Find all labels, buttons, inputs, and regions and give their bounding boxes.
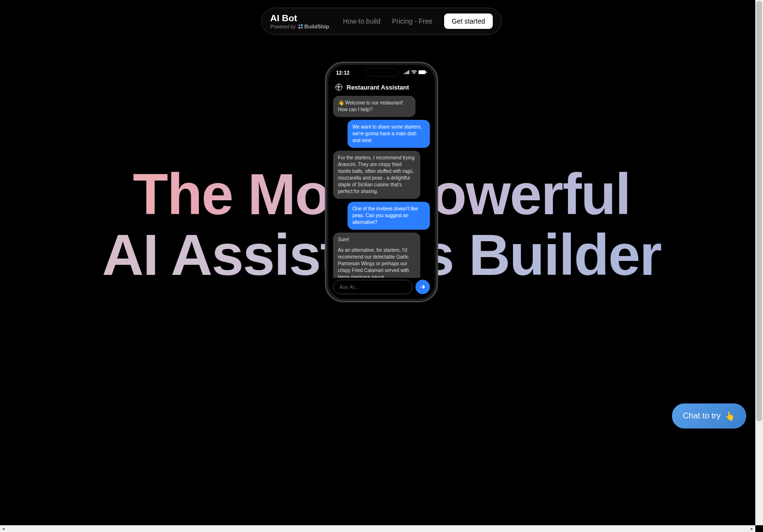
buildship-name: BuildShip — [304, 24, 329, 29]
svg-rect-5 — [426, 71, 427, 73]
chat-input[interactable]: Ask AI... — [333, 280, 413, 294]
nav-links: How-to build Pricing - Free Get started — [343, 13, 493, 29]
scrollbar-arrow-right[interactable]: ► — [749, 525, 755, 532]
vertical-scrollbar[interactable] — [755, 0, 763, 525]
chat-messages: 👋 Welcome to our restaurant! How can I h… — [329, 96, 435, 278]
chat-input-area: Ask AI... — [333, 280, 430, 294]
pointing-hand-emoji: 👆 — [724, 411, 735, 421]
vertical-scrollbar-thumb[interactable] — [756, 1, 762, 421]
nav-brand: AI Bot Powered by BuildShip — [270, 13, 329, 29]
buildship-logo: BuildShip — [298, 24, 329, 29]
svg-rect-4 — [419, 70, 426, 74]
phone-notch — [365, 68, 398, 77]
battery-icon — [419, 70, 427, 75]
svg-rect-1 — [301, 25, 303, 26]
message-bot-welcome: 👋 Welcome to our restaurant! How can I h… — [333, 96, 416, 117]
scrollbar-arrow-left[interactable]: ◄ — [0, 525, 7, 532]
message-user-2: One of the invitees doesn't like peas. C… — [348, 202, 430, 230]
message-bot-alternative: Sure! As an alternative, for starters, I… — [333, 233, 421, 278]
nav-link-howto[interactable]: How-to build — [343, 17, 381, 25]
horizontal-scrollbar[interactable]: ◄ ► — [0, 525, 755, 532]
powered-by-text: Powered by — [270, 24, 296, 29]
nav-title: AI Bot — [270, 13, 329, 24]
svg-rect-2 — [298, 27, 300, 29]
message-para-1: As an alternative, for starters, I'd rec… — [338, 247, 416, 278]
chat-widget[interactable]: Chat to try 👆 — [672, 403, 746, 428]
chat-header: Restaurant Assistant — [329, 78, 435, 96]
scrollbar-track[interactable] — [7, 525, 749, 532]
phone-screen: 12:12 Restaur — [329, 65, 435, 299]
wifi-icon — [411, 70, 417, 75]
phone-mockup: 12:12 Restaur — [325, 62, 438, 302]
assistant-icon — [335, 83, 343, 91]
message-user-1: We want to share some starters, we're go… — [348, 120, 430, 148]
buildship-icon — [298, 24, 303, 29]
nav-link-pricing[interactable]: Pricing - Free — [392, 17, 433, 25]
svg-rect-0 — [298, 25, 300, 26]
get-started-button[interactable]: Get started — [444, 13, 493, 29]
phone-time: 12:12 — [336, 70, 350, 76]
signal-icon — [404, 70, 410, 75]
svg-rect-3 — [301, 27, 303, 29]
main-nav: AI Bot Powered by BuildShip How-to build… — [261, 8, 502, 35]
send-button[interactable] — [416, 280, 430, 294]
phone-status-icons — [404, 70, 427, 75]
nav-subtitle: Powered by BuildShip — [270, 24, 329, 29]
chat-widget-text: Chat to try — [683, 411, 721, 421]
chat-title: Restaurant Assistant — [347, 84, 409, 91]
message-bot-starters: For the starters, I recommend trying Ara… — [333, 151, 421, 199]
arrow-right-icon — [420, 284, 426, 290]
message-para-intro: Sure! — [338, 236, 416, 243]
